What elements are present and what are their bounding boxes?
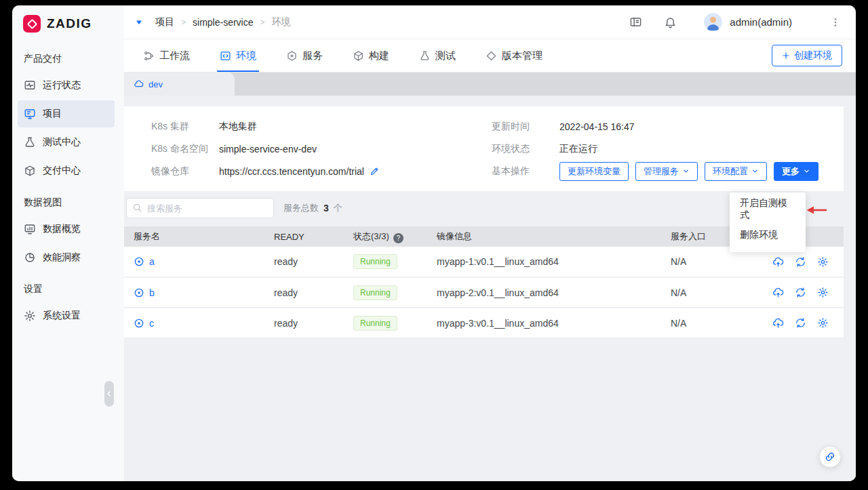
bell-icon[interactable] — [664, 16, 677, 28]
k8s-cluster-value: 本地集群 — [219, 121, 257, 133]
restart-service-icon[interactable] — [795, 287, 806, 298]
basic-ops: 更新环境变量 管理服务 环境配置 更多 — [559, 162, 818, 181]
updated-label: 更新时间 — [492, 121, 559, 133]
actions-cell — [767, 277, 844, 308]
table-row: c ready Running myapp-3:v0.1__linux_amd6… — [124, 308, 844, 338]
service-link[interactable]: c — [149, 318, 154, 329]
project-switcher-caret-icon[interactable] — [135, 18, 143, 26]
tab-version-management[interactable]: 版本管理 — [483, 39, 545, 72]
sidebar-item-projects[interactable]: 项目 — [18, 100, 115, 127]
env-config-button[interactable]: 环境配置 — [705, 162, 767, 181]
service-config-icon[interactable] — [817, 256, 829, 268]
help-icon[interactable]: ? — [393, 233, 403, 243]
sidebar-item-label: 系统设置 — [43, 310, 81, 322]
sidebar-item-delivery-center[interactable]: 交付中心 — [18, 157, 115, 184]
env-tab-label: dev — [149, 79, 163, 89]
sidebar-item-label: 效能洞察 — [43, 251, 81, 264]
pulse-icon — [24, 79, 36, 91]
service-link[interactable]: b — [149, 287, 155, 298]
tab-label: 版本管理 — [502, 49, 542, 62]
entry-cell: N/A — [665, 308, 767, 338]
sidebar-item-label: 交付中心 — [43, 165, 81, 177]
sidebar-item-running-status[interactable]: 运行状态 — [18, 72, 115, 99]
search-input[interactable] — [126, 198, 274, 218]
cube-build-icon — [353, 50, 364, 62]
service-config-icon[interactable] — [817, 317, 829, 329]
menu-item-enable-self-test-mode[interactable]: 开启自测模式 — [730, 197, 806, 222]
tab-build[interactable]: 构建 — [350, 39, 392, 72]
pie-chart-icon — [24, 251, 36, 264]
app-window: ZADIG 产品交付 运行状态 项目 测试中心 交付中心 数据视图 数据概览 效… — [12, 5, 856, 481]
service-link[interactable]: a — [149, 256, 155, 267]
tab-test[interactable]: 测试 — [416, 39, 458, 72]
env-status-label: 环境状态 — [492, 143, 559, 155]
registry-label: 镜像仓库 — [151, 165, 219, 178]
module-tabs: 工作流 环境 服务 构建 测试 版本管理 — [124, 39, 856, 73]
restart-service-icon[interactable] — [795, 317, 806, 329]
more-button[interactable]: 更多 — [774, 162, 818, 181]
service-name-cell: a — [124, 247, 269, 277]
upgrade-service-icon[interactable] — [772, 287, 784, 298]
actions-cell — [767, 308, 844, 338]
avatar[interactable] — [704, 13, 722, 31]
tab-label: 服务 — [302, 49, 323, 62]
more-dropdown-menu: 开启自测模式 删除环境 — [730, 192, 806, 252]
edit-pencil-icon[interactable] — [370, 166, 380, 176]
service-total-label: 服务总数 — [283, 202, 319, 214]
breadcrumb-project-name[interactable]: simple-service — [193, 17, 253, 28]
header-ready: READY — [269, 226, 348, 247]
tab-workflow[interactable]: 工作流 — [140, 39, 193, 72]
env-info-card: K8s 集群 本地集群 K8s 命名空间 simple-service-env-… — [124, 106, 844, 191]
sidebar-item-test-center[interactable]: 测试中心 — [18, 129, 115, 156]
project-icon — [24, 108, 36, 120]
link-icon — [825, 451, 835, 462]
tab-services[interactable]: 服务 — [283, 39, 326, 72]
sidebar-item-system-settings[interactable]: 系统设置 — [18, 302, 115, 329]
service-icon — [134, 256, 144, 267]
sidebar-item-data-overview[interactable]: 数据概览 — [18, 216, 115, 243]
breadcrumb-projects[interactable]: 项目 — [155, 16, 174, 28]
restart-service-icon[interactable] — [795, 256, 806, 268]
username[interactable]: admin(admin) — [730, 16, 792, 28]
header-status-label: 状态(3/3) — [353, 231, 389, 241]
service-config-icon[interactable] — [817, 287, 829, 298]
table-row: b ready Running myapp-2:v0.1__linux_amd6… — [124, 277, 844, 308]
tab-environment[interactable]: 环境 — [217, 39, 259, 72]
logo-text: ZADIG — [47, 16, 92, 31]
sidebar-collapse-handle[interactable] — [104, 381, 114, 407]
header-status: 状态(3/3)? — [348, 226, 431, 247]
sidebar-item-insight[interactable]: 效能洞察 — [18, 244, 115, 271]
button-label: 更新环境变量 — [568, 165, 620, 178]
registry-url: https://ccr.ccs.tencentyun.com/trial — [219, 166, 364, 177]
sidebar-item-label: 数据概览 — [43, 223, 81, 235]
breadcrumb-current: 环境 — [272, 16, 291, 28]
image-cell: myapp-3:v0.1__linux_amd64 — [431, 308, 665, 338]
chevron-left-icon — [105, 390, 113, 398]
sidebar-section-product-delivery: 产品交付 — [12, 42, 124, 70]
ready-cell: ready — [269, 247, 348, 277]
package-icon — [24, 165, 36, 177]
env-tab-dev[interactable]: dev — [124, 73, 235, 96]
updated-value: 2022-04-15 16:47 — [559, 121, 635, 132]
manage-services-button[interactable]: 管理服务 — [635, 162, 698, 181]
floating-link-button[interactable] — [819, 446, 841, 468]
upgrade-service-icon[interactable] — [772, 256, 784, 268]
service-icon — [134, 318, 144, 329]
annotation-arrow-icon — [806, 205, 827, 215]
breadcrumb: 项目 > simple-service > 环境 — [155, 16, 291, 28]
sidebar-item-label: 测试中心 — [43, 136, 81, 148]
update-env-vars-button[interactable]: 更新环境变量 — [559, 162, 629, 181]
workspace-icon[interactable] — [629, 16, 642, 28]
sidebar-section-settings: 设置 — [12, 272, 124, 301]
tab-label: 测试 — [435, 49, 456, 62]
menu-item-delete-environment[interactable]: 删除环境 — [730, 222, 806, 248]
service-total: 服务总数 3 个 — [283, 202, 342, 214]
service-total-unit: 个 — [334, 202, 342, 214]
breadcrumb-separator: > — [260, 18, 264, 27]
tab-label: 构建 — [369, 49, 389, 62]
upgrade-service-icon[interactable] — [772, 317, 784, 329]
kebab-menu-icon[interactable] — [830, 17, 841, 28]
zadig-logo[interactable]: ZADIG — [12, 5, 124, 42]
chevron-down-icon — [751, 167, 759, 175]
create-env-button[interactable]: 创建环境 — [772, 45, 842, 66]
